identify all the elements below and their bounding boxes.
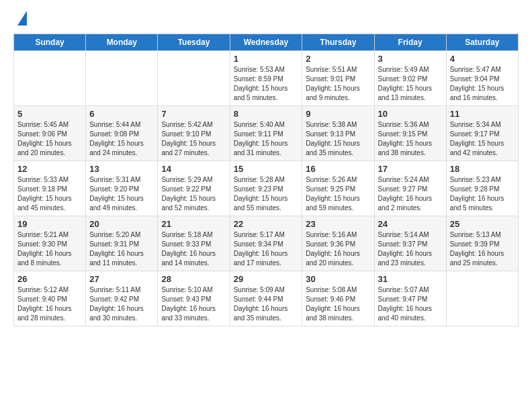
day-info: Sunrise: 5:11 AM Sunset: 9:42 PM Dayligh… <box>89 285 154 323</box>
calendar-week-row: 5Sunrise: 5:45 AM Sunset: 9:06 PM Daylig… <box>14 106 519 161</box>
day-number: 17 <box>378 164 443 174</box>
calendar-day-cell <box>158 51 230 106</box>
day-number: 13 <box>89 164 154 174</box>
day-info: Sunrise: 5:34 AM Sunset: 9:17 PM Dayligh… <box>450 120 515 158</box>
day-info: Sunrise: 5:14 AM Sunset: 9:37 PM Dayligh… <box>378 230 443 268</box>
day-of-week-header: Tuesday <box>158 34 230 51</box>
day-of-week-header: Monday <box>86 34 158 51</box>
calendar-day-cell: 15Sunrise: 5:28 AM Sunset: 9:23 PM Dayli… <box>230 161 302 216</box>
day-info: Sunrise: 5:49 AM Sunset: 9:02 PM Dayligh… <box>378 65 443 103</box>
calendar-day-cell: 27Sunrise: 5:11 AM Sunset: 9:42 PM Dayli… <box>86 271 158 326</box>
day-info: Sunrise: 5:08 AM Sunset: 9:46 PM Dayligh… <box>306 285 370 323</box>
day-info: Sunrise: 5:18 AM Sunset: 9:33 PM Dayligh… <box>161 230 226 268</box>
calendar-day-cell <box>86 51 158 106</box>
day-number: 18 <box>450 164 515 174</box>
day-info: Sunrise: 5:38 AM Sunset: 9:13 PM Dayligh… <box>306 120 370 158</box>
day-number: 30 <box>306 274 370 284</box>
calendar-day-cell: 19Sunrise: 5:21 AM Sunset: 9:30 PM Dayli… <box>14 216 86 271</box>
day-number: 3 <box>378 54 443 64</box>
day-info: Sunrise: 5:24 AM Sunset: 9:27 PM Dayligh… <box>378 175 443 213</box>
calendar-table: SundayMondayTuesdayWednesdayThursdayFrid… <box>13 34 519 326</box>
day-info: Sunrise: 5:07 AM Sunset: 9:47 PM Dayligh… <box>378 285 443 323</box>
day-info: Sunrise: 5:17 AM Sunset: 9:34 PM Dayligh… <box>234 230 299 268</box>
day-of-week-header: Friday <box>374 34 446 51</box>
day-info: Sunrise: 5:44 AM Sunset: 9:08 PM Dayligh… <box>89 120 154 158</box>
calendar-day-cell: 25Sunrise: 5:13 AM Sunset: 9:39 PM Dayli… <box>446 216 518 271</box>
day-number: 23 <box>306 219 370 229</box>
calendar-day-cell: 20Sunrise: 5:20 AM Sunset: 9:31 PM Dayli… <box>86 216 158 271</box>
calendar-day-cell: 10Sunrise: 5:36 AM Sunset: 9:15 PM Dayli… <box>374 106 446 161</box>
calendar-day-cell: 21Sunrise: 5:18 AM Sunset: 9:33 PM Dayli… <box>158 216 230 271</box>
calendar-day-cell: 26Sunrise: 5:12 AM Sunset: 9:40 PM Dayli… <box>14 271 86 326</box>
calendar-day-cell: 14Sunrise: 5:29 AM Sunset: 9:22 PM Dayli… <box>158 161 230 216</box>
day-info: Sunrise: 5:20 AM Sunset: 9:31 PM Dayligh… <box>89 230 154 268</box>
day-info: Sunrise: 5:31 AM Sunset: 9:20 PM Dayligh… <box>89 175 154 213</box>
day-number: 15 <box>234 164 299 174</box>
header <box>13 11 519 26</box>
calendar-day-cell: 13Sunrise: 5:31 AM Sunset: 9:20 PM Dayli… <box>86 161 158 216</box>
day-info: Sunrise: 5:13 AM Sunset: 9:39 PM Dayligh… <box>450 230 515 268</box>
calendar-day-cell: 4Sunrise: 5:47 AM Sunset: 9:04 PM Daylig… <box>446 51 518 106</box>
calendar-day-cell <box>14 51 86 106</box>
day-info: Sunrise: 5:47 AM Sunset: 9:04 PM Dayligh… <box>450 65 515 103</box>
day-info: Sunrise: 5:53 AM Sunset: 8:59 PM Dayligh… <box>234 65 299 103</box>
day-info: Sunrise: 5:42 AM Sunset: 9:10 PM Dayligh… <box>161 120 226 158</box>
calendar-day-cell: 28Sunrise: 5:10 AM Sunset: 9:43 PM Dayli… <box>158 271 230 326</box>
calendar-day-cell: 23Sunrise: 5:16 AM Sunset: 9:36 PM Dayli… <box>302 216 374 271</box>
calendar-day-cell: 18Sunrise: 5:23 AM Sunset: 9:28 PM Dayli… <box>446 161 518 216</box>
calendar-week-row: 12Sunrise: 5:33 AM Sunset: 9:18 PM Dayli… <box>14 161 519 216</box>
day-info: Sunrise: 5:36 AM Sunset: 9:15 PM Dayligh… <box>378 120 443 158</box>
day-number: 10 <box>378 109 443 119</box>
day-info: Sunrise: 5:12 AM Sunset: 9:40 PM Dayligh… <box>17 285 82 323</box>
day-number: 28 <box>161 274 226 284</box>
day-number: 21 <box>161 219 226 229</box>
calendar-day-cell: 1Sunrise: 5:53 AM Sunset: 8:59 PM Daylig… <box>230 51 302 106</box>
day-info: Sunrise: 5:45 AM Sunset: 9:06 PM Dayligh… <box>17 120 82 158</box>
day-number: 8 <box>234 109 299 119</box>
day-number: 1 <box>234 54 299 64</box>
day-number: 12 <box>17 164 82 174</box>
day-info: Sunrise: 5:29 AM Sunset: 9:22 PM Dayligh… <box>161 175 226 213</box>
day-number: 26 <box>17 274 82 284</box>
calendar-day-cell: 16Sunrise: 5:26 AM Sunset: 9:25 PM Dayli… <box>302 161 374 216</box>
day-of-week-header: Saturday <box>446 34 518 51</box>
day-number: 5 <box>17 109 82 119</box>
day-info: Sunrise: 5:51 AM Sunset: 9:01 PM Dayligh… <box>306 65 370 103</box>
calendar-day-cell: 3Sunrise: 5:49 AM Sunset: 9:02 PM Daylig… <box>374 51 446 106</box>
day-number: 2 <box>306 54 370 64</box>
day-info: Sunrise: 5:26 AM Sunset: 9:25 PM Dayligh… <box>306 175 370 213</box>
day-info: Sunrise: 5:16 AM Sunset: 9:36 PM Dayligh… <box>306 230 370 268</box>
day-info: Sunrise: 5:28 AM Sunset: 9:23 PM Dayligh… <box>234 175 299 213</box>
day-number: 6 <box>89 109 154 119</box>
calendar-day-cell: 7Sunrise: 5:42 AM Sunset: 9:10 PM Daylig… <box>158 106 230 161</box>
calendar-header-row: SundayMondayTuesdayWednesdayThursdayFrid… <box>14 34 519 51</box>
day-number: 14 <box>161 164 226 174</box>
day-number: 11 <box>450 109 515 119</box>
day-number: 20 <box>89 219 154 229</box>
day-info: Sunrise: 5:23 AM Sunset: 9:28 PM Dayligh… <box>450 175 515 213</box>
day-of-week-header: Thursday <box>302 34 374 51</box>
logo <box>13 11 27 26</box>
day-number: 24 <box>378 219 443 229</box>
calendar-day-cell: 29Sunrise: 5:09 AM Sunset: 9:44 PM Dayli… <box>230 271 302 326</box>
calendar-day-cell: 31Sunrise: 5:07 AM Sunset: 9:47 PM Dayli… <box>374 271 446 326</box>
day-info: Sunrise: 5:10 AM Sunset: 9:43 PM Dayligh… <box>161 285 226 323</box>
day-number: 22 <box>234 219 299 229</box>
day-number: 9 <box>306 109 370 119</box>
day-of-week-header: Wednesday <box>230 34 302 51</box>
day-info: Sunrise: 5:40 AM Sunset: 9:11 PM Dayligh… <box>234 120 299 158</box>
day-info: Sunrise: 5:21 AM Sunset: 9:30 PM Dayligh… <box>17 230 82 268</box>
logo-triangle-icon <box>17 11 27 26</box>
calendar-week-row: 19Sunrise: 5:21 AM Sunset: 9:30 PM Dayli… <box>14 216 519 271</box>
calendar-day-cell: 6Sunrise: 5:44 AM Sunset: 9:08 PM Daylig… <box>86 106 158 161</box>
day-number: 31 <box>378 274 443 284</box>
calendar-day-cell: 2Sunrise: 5:51 AM Sunset: 9:01 PM Daylig… <box>302 51 374 106</box>
day-info: Sunrise: 5:09 AM Sunset: 9:44 PM Dayligh… <box>234 285 299 323</box>
calendar-day-cell: 30Sunrise: 5:08 AM Sunset: 9:46 PM Dayli… <box>302 271 374 326</box>
day-number: 16 <box>306 164 370 174</box>
day-of-week-header: Sunday <box>14 34 86 51</box>
calendar-day-cell: 9Sunrise: 5:38 AM Sunset: 9:13 PM Daylig… <box>302 106 374 161</box>
calendar-day-cell: 8Sunrise: 5:40 AM Sunset: 9:11 PM Daylig… <box>230 106 302 161</box>
calendar-day-cell: 22Sunrise: 5:17 AM Sunset: 9:34 PM Dayli… <box>230 216 302 271</box>
calendar-day-cell: 12Sunrise: 5:33 AM Sunset: 9:18 PM Dayli… <box>14 161 86 216</box>
